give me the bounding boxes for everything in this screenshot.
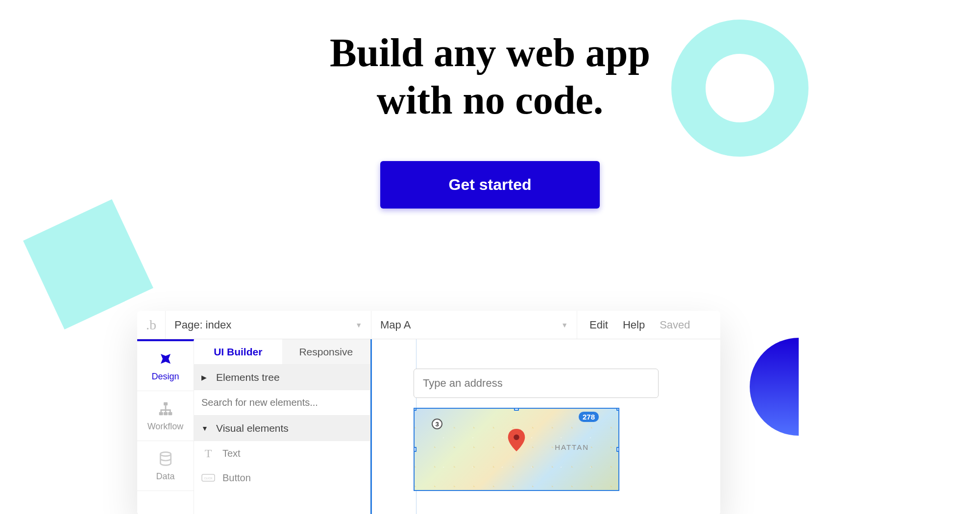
map-pin-icon [508,429,525,453]
page-selector[interactable]: Page: index ▼ [166,311,371,339]
element-button-label: Button [222,472,251,484]
page-selector-label: Page: index [174,319,231,331]
address-input[interactable] [414,369,659,398]
elements-search-input[interactable] [194,390,370,416]
workflow-icon [157,400,174,418]
route-badge-278: 278 [579,412,599,422]
sidebar-item-design[interactable]: Design [137,341,194,391]
editor-body: Design Workflow Data UI Builder Responsi… [137,339,720,514]
route-marker-3: 3 [432,419,442,429]
button-icon: CLICK [201,474,215,482]
editor-topbar: .b Page: index ▼ Map A ▼ Edit Help Saved [137,311,720,339]
map-element[interactable]: 3 278 HATTAN [414,408,619,491]
triangle-right-icon: ▶ [201,374,209,381]
resize-handle[interactable] [514,408,519,411]
hero-title: Build any web app with no code. [0,29,980,124]
resize-handle[interactable] [616,408,619,411]
decorative-square [23,199,153,329]
sidebar-item-workflow[interactable]: Workflow [137,391,194,441]
elements-tree-row[interactable]: ▶ Elements tree [194,365,370,390]
menu-edit[interactable]: Edit [589,319,608,331]
tab-ui-builder[interactable]: UI Builder [194,339,282,364]
element-selector-label: Map A [380,319,411,331]
svg-text:CLICK: CLICK [204,477,213,480]
chevron-down-icon: ▼ [561,321,568,329]
sidebar-item-label: Data [156,471,174,482]
tab-responsive[interactable]: Responsive [282,339,370,364]
text-icon: T [201,447,215,460]
hero-title-line2: with no code. [377,78,603,122]
map-area-label: HATTAN [555,443,589,451]
visual-elements-row[interactable]: ▼ Visual elements [194,416,370,441]
database-icon [157,450,174,467]
element-text[interactable]: T Text [194,441,370,466]
svg-rect-2 [164,412,168,416]
save-status: Saved [660,319,690,331]
sidebar-item-label: Design [151,372,179,382]
get-started-button[interactable]: Get started [380,161,600,209]
sidebar-item-data[interactable]: Data [137,441,194,491]
resize-handle[interactable] [414,408,416,411]
visual-elements-label: Visual elements [216,422,289,434]
editor-window: .b Page: index ▼ Map A ▼ Edit Help Saved… [137,311,720,514]
element-selector[interactable]: Map A ▼ [371,311,577,339]
decorative-semicircle [750,338,848,436]
editor-sidebar: Design Workflow Data [137,339,194,514]
resize-handle[interactable] [616,447,619,452]
svg-point-7 [514,435,519,441]
svg-rect-1 [159,412,163,416]
elements-panel: UI Builder Responsive ▶ Elements tree ▼ … [194,339,370,514]
app-logo[interactable]: .b [137,311,166,339]
svg-rect-0 [164,402,168,406]
menu-help[interactable]: Help [623,319,645,331]
element-text-label: Text [222,448,241,459]
triangle-down-icon: ▼ [201,424,209,432]
design-icon [157,350,174,368]
decorative-ring [671,20,808,157]
svg-point-4 [160,452,171,456]
resize-handle[interactable] [414,447,416,452]
svg-rect-3 [168,412,172,416]
element-button[interactable]: CLICK Button [194,466,370,490]
menu-bar: Edit Help Saved [577,319,703,331]
hero-section: Build any web app with no code. Get star… [0,0,980,209]
editor-canvas[interactable]: 3 278 HATTAN [370,339,720,514]
bubble-logo-icon: .b [146,317,156,333]
panel-tabs: UI Builder Responsive [194,339,370,365]
sidebar-item-label: Workflow [147,421,184,432]
chevron-down-icon: ▼ [355,321,362,329]
elements-tree-label: Elements tree [216,372,280,383]
hero-title-line1: Build any web app [330,30,650,75]
